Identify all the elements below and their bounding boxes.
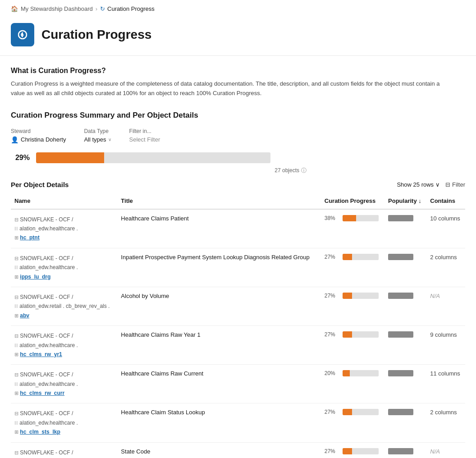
- progress-bar-fill: [36, 152, 104, 163]
- filter-icon: ⊟: [445, 181, 450, 188]
- row-link-2[interactable]: abv: [20, 312, 29, 319]
- cp-bar-cell-4: 20%: [325, 370, 381, 376]
- db-icon-4: ⊟: [14, 372, 18, 377]
- name-path-6: ⊟ SNOWFLAKE - OCF / ⁞⁞ alation_edw.insur…: [14, 448, 114, 458]
- per-object-header: Per Object Details Show 25 rows ∨ ⊟ Filt…: [11, 181, 465, 188]
- contains-val-5: 2 columns: [430, 409, 457, 416]
- cp-bar-bg-0: [343, 215, 379, 221]
- cp-bar-fill-1: [343, 254, 352, 260]
- pop-bar-1: [388, 254, 413, 260]
- schema-icon-0: ⁞⁞: [14, 226, 18, 231]
- cell-title-4: Healthcare Claims Raw Current: [117, 365, 320, 403]
- cell-pop-5: [384, 403, 426, 442]
- db-icon-1: ⊟: [14, 256, 18, 261]
- table-header: Name Title Curation Progress Popularity …: [11, 193, 465, 209]
- data-type-label: Data Type: [84, 128, 111, 134]
- cell-name-1: ⊟ SNOWFLAKE - OCF / ⁞⁞ alation_edw.healt…: [11, 248, 117, 287]
- cell-cp-0: 38%: [321, 209, 384, 248]
- what-heading: What is Curation Progress?: [11, 67, 465, 75]
- cell-title-5: Healthcare Claim Status Lookup: [117, 403, 320, 442]
- cp-bar-bg-6: [343, 448, 379, 454]
- table-controls: Show 25 rows ∨ ⊟ Filter: [397, 181, 465, 188]
- contains-val-3: 9 columns: [430, 331, 457, 338]
- cp-bar-bg-1: [343, 254, 379, 260]
- row-link-1[interactable]: ipps_lu_drg: [20, 274, 50, 280]
- breadcrumb: 🏠 My Stewardship Dashboard › ↻ Curation …: [0, 0, 476, 18]
- show-rows-label: Show 25 rows: [397, 181, 434, 188]
- filter-in-label: Filter in...: [129, 128, 160, 134]
- db-icon-5: ⊟: [14, 411, 18, 416]
- db-icon-3: ⊟: [14, 333, 18, 339]
- cp-bar-cell-3: 27%: [325, 331, 381, 338]
- objects-count: 27 objects ⓘ: [36, 167, 307, 174]
- cell-contains-6: N/A: [426, 442, 465, 458]
- row-link-5[interactable]: hc_clm_sts_lkp: [20, 429, 60, 435]
- per-object-title: Per Object Details: [11, 181, 69, 188]
- cell-contains-0: 10 columns: [426, 209, 465, 248]
- schema-icon-1: ⁞⁞: [14, 265, 18, 270]
- steward-label: Steward: [11, 128, 66, 134]
- pop-bar-0: [388, 215, 413, 221]
- name-path-1: ⊟ SNOWFLAKE - OCF / ⁞⁞ alation_edw.healt…: [14, 254, 114, 281]
- cp-bar-fill-6: [343, 448, 352, 454]
- cell-pop-2: [384, 287, 426, 325]
- cell-contains-5: 2 columns: [426, 403, 465, 442]
- cp-bar-cell-1: 27%: [325, 254, 381, 260]
- cell-pop-4: [384, 365, 426, 403]
- filter-button[interactable]: ⊟ Filter: [445, 181, 465, 188]
- cell-pop-0: [384, 209, 426, 248]
- table-icon-0: ⊞: [14, 235, 18, 240]
- steward-filter: Steward 👤 Christina Doherty: [11, 128, 66, 143]
- cp-pct-3: 27%: [325, 331, 339, 338]
- row-link-0[interactable]: hc_ptnt: [20, 234, 39, 241]
- col-popularity[interactable]: Popularity ↓: [384, 193, 426, 209]
- cell-name-4: ⊟ SNOWFLAKE - OCF / ⁞⁞ alation_edw.healt…: [11, 365, 117, 403]
- main-content: What is Curation Progress? Curation Prog…: [0, 56, 476, 458]
- breadcrumb-home-link[interactable]: My Stewardship Dashboard: [21, 5, 93, 12]
- contains-val-4: 11 columns: [430, 370, 460, 377]
- table-icon-3: ⊞: [14, 352, 18, 357]
- select-filter-value[interactable]: Select Filter: [129, 136, 160, 143]
- page-header: Curation Progress: [0, 18, 476, 56]
- cell-name-0: ⊟ SNOWFLAKE - OCF / ⁞⁞ alation_edw.healt…: [11, 209, 117, 248]
- table-row: ⊟ SNOWFLAKE - OCF / ⁞⁞ alation_edw.healt…: [11, 326, 465, 365]
- sort-icon: ↓: [418, 197, 421, 204]
- cell-title-1: Inpatient Prospective Payment System Loo…: [117, 248, 320, 287]
- db-icon-0: ⊟: [14, 217, 18, 222]
- filter-in-group: Filter in... Select Filter: [129, 128, 160, 143]
- cp-bar-cell-2: 27%: [325, 293, 381, 299]
- cp-bar-fill-3: [343, 331, 352, 338]
- cp-pct-0: 38%: [325, 215, 339, 221]
- cell-title-0: Healthcare Claims Patient: [117, 209, 320, 248]
- contains-na-6: N/A: [430, 448, 440, 455]
- cell-contains-1: 2 columns: [426, 248, 465, 287]
- row-link-3[interactable]: hc_clms_rw_yr1: [20, 351, 62, 357]
- table-icon-1: ⊞: [14, 274, 18, 279]
- cell-pop-3: [384, 326, 426, 365]
- col-curation-progress: Curation Progress: [321, 193, 384, 209]
- cell-cp-4: 20%: [321, 365, 384, 403]
- cell-cp-3: 27%: [321, 326, 384, 365]
- table-row: ⊟ SNOWFLAKE - OCF / ⁞⁞ alation_edw.healt…: [11, 403, 465, 442]
- filter-btn-label: Filter: [452, 181, 465, 188]
- cell-title-3: Healthcare Claims Raw Year 1: [117, 326, 320, 365]
- page-icon: [11, 23, 34, 46]
- db-icon-2: ⊟: [14, 294, 18, 300]
- filters-row: Steward 👤 Christina Doherty Data Type Al…: [11, 128, 465, 143]
- data-type-filter[interactable]: Data Type All types ∨: [84, 128, 111, 143]
- cell-contains-3: 9 columns: [426, 326, 465, 365]
- overall-progress-bar: 29%: [11, 152, 465, 163]
- cp-pct-5: 27%: [325, 409, 339, 415]
- cell-cp-2: 27%: [321, 287, 384, 325]
- cp-bar-fill-5: [343, 409, 352, 415]
- cell-name-3: ⊟ SNOWFLAKE - OCF / ⁞⁞ alation_edw.healt…: [11, 326, 117, 365]
- objects-count-value: 27 objects: [275, 167, 299, 174]
- objects-table: Name Title Curation Progress Popularity …: [11, 193, 465, 458]
- row-link-4[interactable]: hc_clms_rw_curr: [20, 390, 64, 396]
- table-row: ⊟ SNOWFLAKE - OCF / ⁞⁞ alation_edw.healt…: [11, 365, 465, 403]
- db-icon-6: ⊟: [14, 450, 18, 455]
- table-icon-2: ⊞: [14, 313, 18, 318]
- show-rows-control[interactable]: Show 25 rows ∨: [397, 181, 440, 188]
- breadcrumb-separator: ›: [96, 5, 97, 12]
- name-path-0: ⊟ SNOWFLAKE - OCF / ⁞⁞ alation_edw.healt…: [14, 215, 114, 243]
